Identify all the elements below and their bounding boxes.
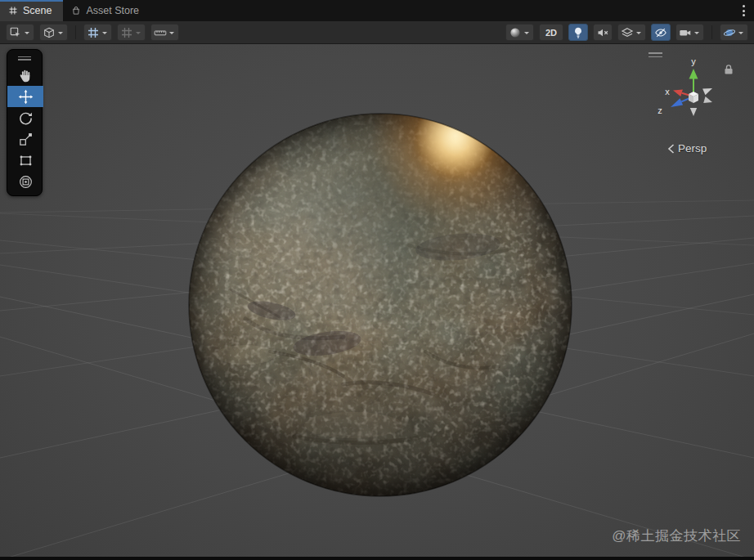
grid-icon <box>8 6 18 16</box>
grid-snap-icon <box>120 26 133 39</box>
axis-z-handle[interactable]: z <box>658 96 693 115</box>
bottom-panel-edge <box>0 557 754 560</box>
transform-icon <box>18 174 34 190</box>
tool-move[interactable] <box>7 86 43 107</box>
cube-icon <box>43 26 56 39</box>
tab-scene-label: Scene <box>23 5 52 16</box>
axis-y-label: y <box>691 56 696 66</box>
rotate-icon <box>18 110 34 126</box>
scale-icon <box>18 132 34 147</box>
2d-mode-label: 2D <box>545 28 557 38</box>
shading-mode-button[interactable] <box>505 24 534 41</box>
more-options-icon[interactable] <box>733 0 754 21</box>
dropdown-caret <box>25 32 29 37</box>
camera-icon <box>679 26 692 39</box>
ruler-icon <box>154 26 167 39</box>
watermark-text: @稀土掘金技术社区 <box>612 526 741 545</box>
projection-mode-label: Persp <box>678 142 707 155</box>
dropdown-caret <box>136 32 141 37</box>
grid-visibility-button[interactable] <box>83 24 112 41</box>
store-bag-icon <box>71 6 81 16</box>
active-tool-button[interactable] <box>6 24 34 41</box>
scene-audio-button[interactable] <box>593 24 613 41</box>
axis-z-label: z <box>658 105 662 115</box>
hand-icon <box>18 68 34 83</box>
scene-effects-button[interactable] <box>617 24 646 41</box>
axis-x-label: x <box>665 87 670 96</box>
gizmos-button[interactable] <box>720 24 748 41</box>
camera-settings-button[interactable] <box>675 24 704 41</box>
tab-scene[interactable]: Scene <box>0 0 63 21</box>
tab-asset-store[interactable]: Asset Store <box>63 0 150 21</box>
layers-icon <box>621 26 634 39</box>
2d-mode-button[interactable]: 2D <box>539 24 563 41</box>
tool-hand[interactable] <box>7 65 43 86</box>
scene-object-sphere[interactable] <box>189 44 595 496</box>
eye-slash-icon <box>654 26 667 39</box>
palette-drag-handle[interactable] <box>7 53 42 63</box>
pivot-cube-button[interactable] <box>39 24 68 41</box>
orientation-gizmo: y x z <box>638 56 749 137</box>
tool-scale[interactable] <box>7 128 43 150</box>
scene-lighting-button[interactable] <box>568 24 588 41</box>
unity-scene-view-window: Scene Asset Store <box>0 0 754 560</box>
shaded-sphere-icon <box>509 26 522 39</box>
tab-bar: Scene Asset Store <box>0 0 754 21</box>
move-icon <box>18 89 34 105</box>
dropdown-caret <box>738 32 743 37</box>
dropdown-caret <box>694 32 699 37</box>
active-tool-icon <box>9 26 22 39</box>
tool-rect[interactable] <box>7 150 43 171</box>
gizmo-center-cube[interactable] <box>689 92 698 103</box>
toolbar-separator <box>75 25 76 39</box>
scene-toolbar-right: 2D <box>505 24 748 41</box>
dropdown-caret <box>636 32 641 37</box>
tool-palette <box>7 49 43 196</box>
toolbar-separator <box>711 25 712 39</box>
grid-icon <box>87 26 100 39</box>
lightbulb-icon <box>572 26 585 39</box>
dropdown-caret <box>524 32 529 37</box>
projection-mode-toggle[interactable]: Persp <box>667 142 707 155</box>
tab-asset-store-label: Asset Store <box>86 5 139 16</box>
scene-viewport[interactable]: y x z Persp @稀土掘金 <box>0 44 754 557</box>
dropdown-caret <box>58 32 63 37</box>
rect-tool-icon <box>18 153 34 168</box>
dropdown-caret <box>169 32 174 37</box>
scene-toolbar: 2D <box>0 21 754 44</box>
snap-increment-button[interactable] <box>150 24 179 41</box>
gizmos-orbit-icon <box>723 26 736 39</box>
grid-snapping-button[interactable] <box>117 24 146 41</box>
axis-y-handle[interactable]: y <box>689 56 698 96</box>
tool-transform[interactable] <box>7 171 43 192</box>
speaker-muted-icon <box>596 26 609 39</box>
dropdown-caret <box>102 32 107 37</box>
scene-visibility-button[interactable] <box>651 24 671 41</box>
chevron-left-icon <box>667 144 675 154</box>
tool-rotate[interactable] <box>7 107 43 128</box>
